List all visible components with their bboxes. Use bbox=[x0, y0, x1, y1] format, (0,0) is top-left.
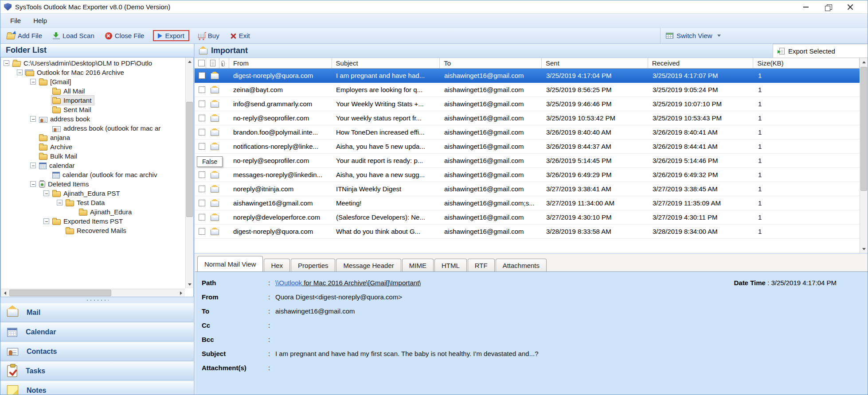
tree-horizontal-scrollbar-thumb[interactable] bbox=[9, 290, 111, 296]
row-checkbox[interactable] bbox=[199, 186, 205, 192]
row-checkbox[interactable] bbox=[199, 101, 205, 107]
row-checkbox[interactable] bbox=[199, 143, 205, 150]
panel-splitter[interactable] bbox=[0, 297, 194, 303]
restore-button[interactable] bbox=[817, 1, 839, 13]
tree-item-all-mail[interactable]: All Mail bbox=[1, 86, 185, 96]
mail-row[interactable]: digest-noreply@quora.comI am pregnant an… bbox=[195, 69, 860, 83]
scroll-down-button[interactable] bbox=[860, 245, 868, 253]
tree-item-c-users-admin-desktop-olm-to-p[interactable]: C:\Users\admin\Desktop\OLM to PDF\Outlo bbox=[1, 58, 185, 68]
tree-item-anjana[interactable]: anjana bbox=[1, 133, 185, 142]
mail-row[interactable]: digest-noreply@quora.comWhat do you thin… bbox=[195, 225, 860, 239]
scroll-down-button[interactable] bbox=[186, 280, 194, 288]
collapse-toggle[interactable] bbox=[30, 116, 36, 122]
list-vertical-scrollbar-thumb[interactable] bbox=[860, 67, 867, 191]
tree-item-calendar[interactable]: calendar bbox=[1, 161, 185, 170]
collapse-toggle[interactable] bbox=[17, 70, 23, 75]
tree-horizontal-scrollbar[interactable] bbox=[1, 289, 185, 297]
column-header-from[interactable]: From bbox=[229, 58, 332, 68]
nav-mail[interactable]: Mail bbox=[0, 303, 194, 322]
menu-help[interactable]: Help bbox=[33, 17, 47, 24]
switch-view-label: Switch View bbox=[676, 32, 712, 39]
tab-mime[interactable]: MIME bbox=[402, 259, 434, 271]
tab-message-header[interactable]: Message Header bbox=[336, 259, 401, 271]
tree-item-important[interactable]: Important bbox=[1, 96, 185, 105]
scroll-up-button[interactable] bbox=[860, 58, 868, 66]
row-checkbox[interactable] bbox=[199, 200, 205, 206]
scroll-left-button[interactable] bbox=[1, 289, 9, 297]
nav-contacts[interactable]: Contacts bbox=[0, 342, 194, 361]
tree-item-address-book[interactable]: address book bbox=[1, 114, 185, 124]
collapse-toggle[interactable] bbox=[30, 79, 36, 85]
list-vertical-scrollbar[interactable] bbox=[860, 58, 868, 253]
tree-item-sent-mail[interactable]: Sent Mail bbox=[1, 105, 185, 114]
tree-item-recovered-mails[interactable]: Recovered Mails bbox=[1, 226, 185, 235]
mail-row[interactable]: messages-noreply@linkedin...Aisha, you h… bbox=[195, 168, 860, 182]
tab-attachments[interactable]: Attachments bbox=[496, 259, 547, 271]
scroll-right-button[interactable] bbox=[177, 289, 185, 297]
exit-button[interactable]: Exit bbox=[228, 31, 252, 41]
close-button[interactable] bbox=[839, 1, 861, 13]
path-link[interactable]: \\Outlook bbox=[275, 279, 302, 287]
row-checkbox[interactable] bbox=[199, 86, 205, 93]
scroll-up-button[interactable] bbox=[186, 58, 194, 66]
tree-item-ajinath-edura-pst[interactable]: Ajinath_Edura PST bbox=[1, 189, 185, 198]
tab-properties[interactable]: Properties bbox=[291, 259, 335, 271]
mail-row[interactable]: info@send.grammarly.comYour Weekly Writi… bbox=[195, 97, 860, 111]
collapse-toggle[interactable] bbox=[43, 218, 49, 224]
tree-item-deleted-items[interactable]: Deleted Items bbox=[1, 179, 185, 189]
column-header-to[interactable]: To bbox=[440, 58, 542, 68]
export-button[interactable]: Export bbox=[153, 30, 189, 41]
mail-row[interactable]: aishawinget16@gmail.comMeeting!aishawing… bbox=[195, 196, 860, 210]
row-checkbox[interactable] bbox=[199, 214, 205, 221]
tree-item-archive[interactable]: Archive bbox=[1, 142, 185, 151]
collapse-toggle[interactable] bbox=[30, 163, 36, 168]
tree-item-calendar-outlook-for-mac-archi[interactable]: calendar (outlook for mac archiv bbox=[1, 170, 185, 179]
select-all-checkbox[interactable] bbox=[198, 60, 205, 66]
export-selected-button[interactable]: Export Selected bbox=[773, 44, 868, 58]
collapse-toggle[interactable] bbox=[43, 190, 49, 196]
collapse-toggle[interactable] bbox=[57, 200, 63, 205]
tree-vertical-scrollbar[interactable] bbox=[185, 58, 193, 288]
mail-row[interactable]: no-reply@seoprofiler.comYour audit repor… bbox=[195, 154, 860, 168]
load-scan-button[interactable]: Load Scan bbox=[51, 31, 96, 41]
tree-item-gmail[interactable]: [Gmail] bbox=[1, 77, 185, 86]
mail-row[interactable]: brandon.foo@polymail.inte...How ToneDen … bbox=[195, 125, 860, 139]
menu-file[interactable]: File bbox=[10, 17, 21, 24]
tree-item-label: calendar bbox=[49, 162, 75, 169]
tree-item-outlook-for-mac-2016-archive[interactable]: Outlook for Mac 2016 Archive bbox=[1, 68, 185, 77]
column-header-subject[interactable]: Subject bbox=[332, 58, 440, 68]
nav-tasks[interactable]: Tasks bbox=[0, 362, 194, 380]
row-checkbox[interactable] bbox=[199, 115, 205, 121]
mail-row[interactable]: notifications-noreply@linke...Aisha, you… bbox=[195, 139, 860, 154]
tab-normal-mail-view[interactable]: Normal Mail View bbox=[197, 256, 263, 271]
collapse-toggle[interactable] bbox=[4, 60, 9, 66]
column-header-sent[interactable]: Sent bbox=[542, 58, 648, 68]
mail-row[interactable]: zeina@bayt.comEmployers are looking for … bbox=[195, 83, 860, 97]
column-header-size-kb[interactable]: Size(KB) bbox=[753, 58, 860, 68]
tree-item-ajinath-edura[interactable]: Ajinath_Edura bbox=[1, 207, 185, 217]
close-file-button[interactable]: Close File bbox=[103, 31, 146, 41]
nav-notes[interactable]: Notes bbox=[0, 381, 194, 395]
mail-row[interactable]: noreply@developerforce.com(Salesforce De… bbox=[195, 210, 860, 225]
mail-row[interactable]: noreply@itninja.comITNinja Weekly Digest… bbox=[195, 182, 860, 196]
tree-item-test-data[interactable]: Test Data bbox=[1, 198, 185, 207]
nav-calendar[interactable]: Calendar bbox=[0, 323, 194, 341]
row-checkbox[interactable] bbox=[199, 171, 205, 178]
tree-vertical-scrollbar-thumb[interactable] bbox=[186, 102, 193, 217]
tab-rtf[interactable]: RTF bbox=[468, 259, 495, 271]
buy-button[interactable]: Buy bbox=[196, 31, 221, 41]
tree-item-address-book-outlook-for-mac-a[interactable]: address book (outlook for mac ar bbox=[1, 124, 185, 133]
tab-hex[interactable]: Hex bbox=[264, 259, 290, 271]
row-checkbox[interactable] bbox=[199, 228, 205, 235]
tree-item-exported-items-pst[interactable]: Exported Items PST bbox=[1, 217, 185, 226]
column-header-received[interactable]: Received bbox=[648, 58, 754, 68]
tab-html[interactable]: HTML bbox=[434, 259, 467, 271]
collapse-toggle[interactable] bbox=[30, 181, 36, 187]
tree-item-bulk-mail[interactable]: Bulk Mail bbox=[1, 151, 185, 161]
row-checkbox[interactable] bbox=[199, 72, 205, 79]
minimize-button[interactable] bbox=[795, 1, 817, 13]
switch-view-button[interactable]: Switch View bbox=[660, 28, 868, 43]
row-checkbox[interactable] bbox=[199, 129, 205, 136]
add-file-button[interactable]: Add File bbox=[5, 31, 44, 41]
mail-row[interactable]: no-reply@seoprofiler.comYour weekly stat… bbox=[195, 111, 860, 125]
